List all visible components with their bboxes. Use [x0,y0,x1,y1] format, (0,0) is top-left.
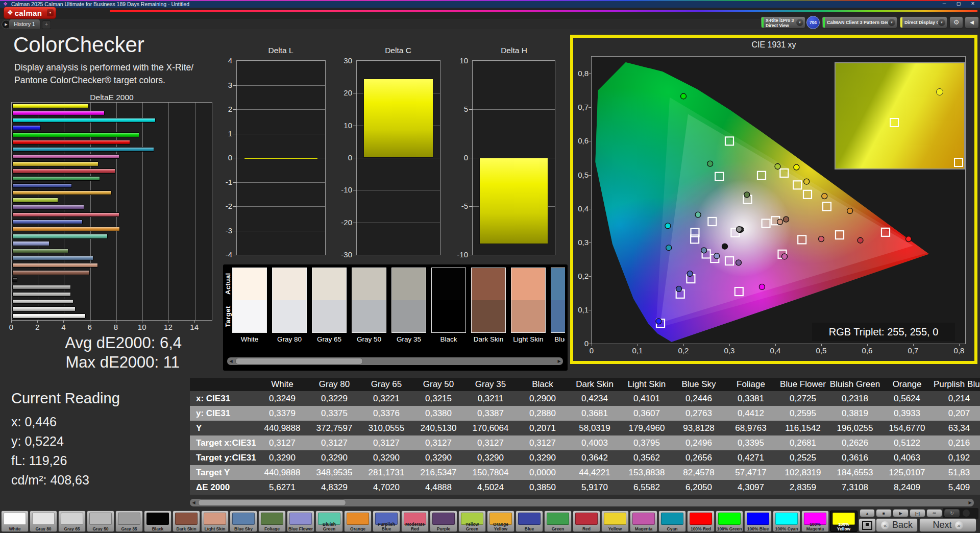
compare-swatch-Gray 50[interactable]: Gray 50 [352,268,386,345]
palette-item-Cyan[interactable]: Cyan [658,511,686,532]
de-bar-White [12,313,86,319]
palette-item-100% Red[interactable]: 100% Red [687,511,715,532]
axis-tick-label: 0 [332,153,352,162]
palette-item-Orange[interactable]: Orange [344,511,372,532]
compare-swatch-Light Skin[interactable]: Light Skin [511,268,546,345]
palette-item-Blue Flower[interactable]: Blue Flower [287,511,314,532]
avg-de2000-readout: Avg dE2000: 6,4 [0,334,182,352]
palette-item-Blue[interactable]: Blue [516,511,543,532]
scroll-right-icon[interactable]: ▶ [966,499,974,506]
color-swatch [775,513,798,525]
palette-item-Gray 35[interactable]: Gray 35 [115,511,143,532]
palette-label: Gray 35 [116,527,142,531]
compare-swatch-White[interactable]: White [232,268,267,345]
tick [729,344,730,346]
axis-tick-label: -2 [212,202,232,210]
compare-swatch-Gray 35[interactable]: Gray 35 [391,268,426,345]
expand-up-icon[interactable]: ▲ [860,509,875,517]
palette-item-100% Yellow[interactable]: 100% Yellow [830,511,857,532]
cell: 0,3819 [829,406,881,421]
collapse-panel-icon[interactable]: ◀ [965,16,979,29]
cell: 4,4888 [412,480,464,495]
range-icon[interactable]: [−] [910,509,925,517]
scrollbar-thumb[interactable] [235,358,363,365]
current-reading-title: Current Reading [11,390,120,407]
swatch-label: Light Skin [511,335,546,343]
palette-item-Orange Yellow[interactable]: Orange Yellow [487,511,514,532]
palette-item-Purplish Blue[interactable]: Purplish Blue [373,511,400,532]
compare-swatch-Gray 80[interactable]: Gray 80 [272,268,307,345]
refresh-icon[interactable]: ↻ [944,509,960,517]
palette-item-Green[interactable]: Green [544,511,572,532]
compare-swatch-Dark Skin[interactable]: Dark Skin [471,268,506,345]
pattern-generator-selector[interactable]: CalMAN Client 3 Pattern Generator ▼ [822,16,897,29]
de-bar-Bluish Green [12,234,108,239]
back-button[interactable]: « Back [876,518,918,532]
compare-swatch-Blue Sky[interactable]: Blue Sky [551,268,565,345]
play-icon[interactable]: ▶ [893,509,909,517]
palette-item-100% Cyan[interactable]: 100% Cyan [773,511,800,532]
palette-item-Gray 50[interactable]: Gray 50 [87,511,114,532]
palette-item-100% Blue[interactable]: 100% Blue [744,511,772,532]
palette-item-Light Skin[interactable]: Light Skin [201,511,229,532]
close-button[interactable]: ✕ [967,0,979,8]
palette-item-Dark Skin[interactable]: Dark Skin [173,511,200,532]
palette-item-Moderate Red[interactable]: Moderate Red [401,511,429,532]
cell: 0,2626 [829,435,881,450]
column-header-Gray 50: Gray 50 [412,378,464,391]
palette-item-Yellow Green[interactable]: Yellow Green [458,511,486,532]
palette-item-White[interactable]: White [1,511,29,532]
palette-item-Gray 80[interactable]: Gray 80 [30,511,57,532]
cie-chart-title: CIE 1931 xy [573,40,974,50]
stop-icon[interactable]: ■ [876,509,892,517]
compare-swatch-Gray 65[interactable]: Gray 65 [312,268,347,345]
de-bar-Cyan [12,147,154,152]
meter-selector[interactable]: X-Rite i1Pro 3 Direct View ▼ [761,16,805,29]
deltaC-chart-title: Delta C [352,46,444,54]
next-button[interactable]: Next » [919,518,976,532]
palette-item-Yellow[interactable]: Yellow [601,511,629,532]
scroll-left-icon[interactable]: ◀ [190,499,198,506]
axis-tick-label: 20 [332,88,352,97]
palette-label: Purple [431,527,456,531]
display-control-selector[interactable]: Direct Display Control ▼ [899,16,947,29]
gridline [473,61,555,61]
calman-menu-button[interactable]: ❖ calman ▼ [4,7,56,19]
palette-item-Bluish Green[interactable]: Bluish Green [315,511,343,532]
palette-item-Purple[interactable]: Purple [430,511,457,532]
compare-swatch-Black[interactable]: Black [431,268,466,345]
palette-item-Magenta[interactable]: Magenta [630,511,657,532]
de-bar-100% Magenta [12,111,105,116]
palette-item-100% Green[interactable]: 100% Green [716,511,743,532]
palette-item-Black[interactable]: Black [144,511,172,532]
loop-infinity-icon[interactable]: ∞ [926,509,942,517]
next-label: Next [933,520,951,530]
cell: 51,83 [933,465,980,480]
table-scrollbar: ◀ ▶ [190,499,974,506]
axis-tick-label: 0,7 [903,346,923,355]
minimize-button[interactable]: ─ [938,0,950,8]
palette-label: 100% Cyan [774,527,799,531]
palette-item-Red[interactable]: Red [573,511,600,532]
gear-icon[interactable]: ⚙ [949,16,963,29]
scroll-right-icon[interactable]: ▶ [555,357,563,365]
add-tab-button[interactable]: + [42,20,51,29]
tab-history-1[interactable]: History 1 [9,19,40,29]
scrollbar-thumb[interactable] [198,499,346,506]
column-header-Light Skin: Light Skin [621,378,673,391]
reading-x: x: 0,446 [11,415,164,429]
pattern-window-button[interactable] [859,518,876,532]
palette-item-Blue Sky[interactable]: Blue Sky [230,511,257,532]
color-swatch [118,513,140,525]
chevron-down-icon: ▼ [47,9,54,16]
cell: 93,8128 [673,421,725,435]
axis-tick-label: 0,5 [572,171,589,179]
scroll-left-icon[interactable]: ◀ [227,357,235,365]
maximize-button[interactable]: ▢ [952,0,965,8]
palette-item-Gray 65[interactable]: Gray 65 [58,511,86,532]
palette-item-Foliage[interactable]: Foliage [258,511,286,532]
de-bar-Orange Yellow [12,190,112,196]
palette-item-100% Magenta[interactable]: 100% Magenta [801,511,829,532]
color-swatch [4,513,26,525]
cell: 4,5024 [464,480,517,495]
